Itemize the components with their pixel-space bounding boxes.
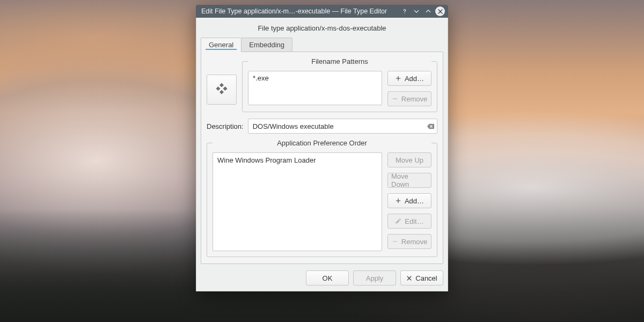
pattern-add-button[interactable]: Add… — [387, 71, 431, 86]
description-clear-button[interactable] — [426, 121, 435, 131]
close-button[interactable] — [435, 6, 445, 16]
ok-label: OK — [323, 274, 333, 282]
clear-icon — [427, 122, 435, 130]
pencil-icon — [395, 218, 401, 224]
move-down-label: Move Down — [391, 172, 428, 188]
move-down-button[interactable]: Move Down — [387, 173, 431, 188]
chevron-down-icon — [413, 8, 420, 14]
maximize-button[interactable] — [423, 6, 433, 16]
dialog-buttonbox: OK Apply Cancel — [201, 270, 443, 286]
close-icon — [437, 9, 443, 14]
tab-embedding-label: Embedding — [249, 41, 284, 49]
file-type-icon-button[interactable] — [207, 75, 237, 105]
desktop-wallpaper: Edit File Type application/x-m…-executab… — [0, 0, 644, 322]
pattern-remove-label: Remove — [401, 95, 427, 103]
app-preference-item[interactable]: Wine Windows Program Loader — [216, 155, 378, 165]
app-preference-legend: Application Preference Order — [213, 139, 431, 147]
app-preference-group: Application Preference Order Wine Window… — [207, 139, 437, 257]
help-button[interactable] — [400, 6, 409, 16]
move-up-label: Move Up — [396, 156, 423, 164]
tab-general[interactable]: General — [201, 38, 241, 52]
executable-icon — [214, 82, 230, 98]
filename-patterns-legend: Filename Patterns — [248, 57, 431, 65]
app-edit-button[interactable]: Edit… — [387, 214, 431, 229]
cancel-label: Cancel — [415, 274, 437, 282]
description-label: Description: — [207, 122, 244, 130]
titlebar[interactable]: Edit File Type application/x-m…-executab… — [196, 5, 448, 18]
app-add-button[interactable]: Add… — [387, 193, 431, 208]
move-up-button[interactable]: Move Up — [387, 152, 431, 167]
ok-button[interactable]: OK — [306, 270, 349, 286]
pattern-add-label: Add… — [405, 75, 424, 83]
plus-icon — [395, 75, 401, 82]
minus-icon — [392, 238, 398, 245]
window-title: Edit File Type application/x-m…-executab… — [201, 8, 398, 15]
filename-patterns-list[interactable]: *.exe — [248, 71, 382, 105]
app-add-label: Add… — [405, 197, 424, 205]
pattern-remove-button[interactable]: Remove — [387, 91, 431, 106]
description-input[interactable] — [248, 119, 437, 134]
app-remove-button[interactable]: Remove — [387, 234, 431, 249]
dialog-window: Edit File Type application/x-m…-executab… — [196, 5, 448, 291]
app-preference-list[interactable]: Wine Windows Program Loader — [213, 152, 382, 251]
apply-button[interactable]: Apply — [353, 270, 396, 286]
minus-icon — [392, 96, 398, 102]
active-tab-indicator — [206, 49, 237, 50]
app-remove-label: Remove — [401, 238, 427, 246]
plus-icon — [395, 197, 401, 204]
tab-embedding[interactable]: Embedding — [241, 38, 292, 52]
description-input-wrap — [248, 119, 437, 134]
apply-label: Apply — [366, 274, 384, 282]
svg-point-0 — [404, 13, 405, 13]
minimize-button[interactable] — [412, 6, 421, 16]
filename-pattern-item[interactable]: *.exe — [252, 74, 378, 83]
filename-patterns-group: Filename Patterns *.exe Add… — [242, 57, 437, 112]
close-icon — [406, 275, 412, 281]
cancel-button[interactable]: Cancel — [400, 270, 443, 286]
tab-panel-general: Filename Patterns *.exe Add… — [201, 52, 443, 264]
tabbar: General Embedding — [201, 38, 443, 52]
svg-rect-2 — [216, 86, 220, 91]
tab-general-label: General — [209, 41, 233, 49]
question-icon — [401, 8, 408, 14]
window-body: File type application/x-ms-dos-executabl… — [196, 18, 448, 291]
svg-rect-3 — [223, 86, 228, 91]
page-title: File type application/x-ms-dos-executabl… — [201, 24, 443, 32]
svg-rect-4 — [219, 90, 224, 94]
svg-rect-1 — [219, 83, 224, 87]
chevron-up-icon — [425, 8, 431, 14]
app-edit-label: Edit… — [405, 217, 423, 225]
